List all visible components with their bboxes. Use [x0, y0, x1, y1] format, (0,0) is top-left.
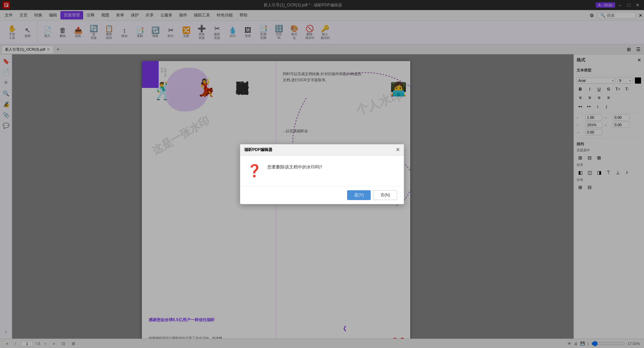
- dialog-close-button[interactable]: ✕: [396, 147, 400, 152]
- dialog-title: 福昕PDF编辑器: [244, 147, 272, 153]
- dialog-no-button[interactable]: 否(N): [373, 190, 397, 200]
- dialog-question-icon: ❓: [247, 164, 262, 178]
- dialog-message: 您要删除该文档中的水印吗?: [267, 164, 322, 171]
- dialog-footer: 是(Y) 否(N): [240, 186, 404, 204]
- dialog-body: ❓ 您要删除该文档中的水印吗?: [240, 156, 404, 186]
- dialog-yes-button[interactable]: 是(Y): [347, 190, 371, 200]
- dialog: 福昕PDF编辑器 ✕ ❓ 您要删除该文档中的水印吗? 是(Y) 否(N): [240, 144, 404, 204]
- dialog-title-bar: 福昕PDF编辑器 ✕: [240, 144, 404, 156]
- dialog-overlay: 福昕PDF编辑器 ✕ ❓ 您要删除该文档中的水印吗? 是(Y) 否(N): [0, 0, 644, 348]
